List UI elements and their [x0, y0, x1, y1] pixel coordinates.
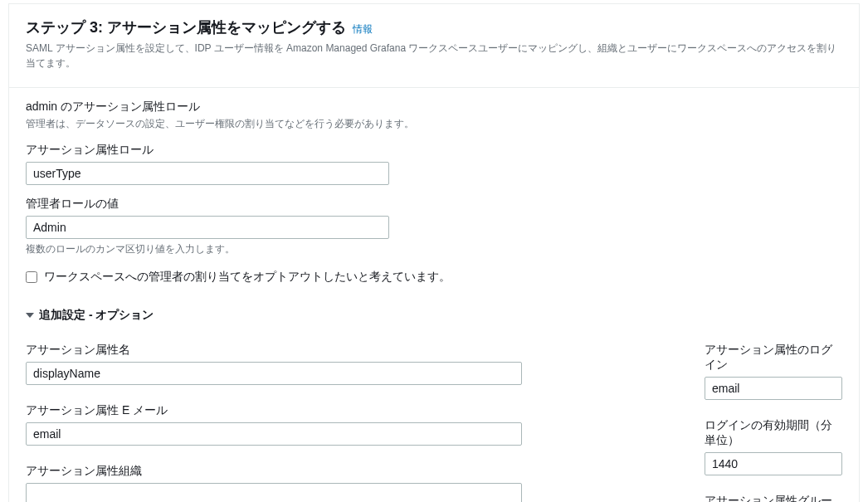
additional-settings-expander[interactable]: 追加設定 - オプション [26, 308, 842, 323]
attr-org-label: アサーション属性組織 [26, 464, 522, 479]
attr-group-label: アサーション属性グループ [705, 494, 842, 502]
step-title: ステップ 3: アサーション属性をマッピングする [26, 17, 346, 37]
attr-email-input[interactable] [26, 422, 522, 446]
admin-role-value-label: 管理者ロールの値 [26, 197, 842, 212]
panel-header: ステップ 3: アサーション属性をマッピングする 情報 SAML アサーション属… [9, 4, 859, 79]
optout-admin-label: ワークスペースへの管理者の割り当てをオプトアウトしたいと考えています。 [44, 270, 451, 285]
admin-section-title: admin のアサーション属性ロール [26, 100, 842, 115]
step-description: SAML アサーション属性を設定して、IDP ユーザー情報を Amazon Ma… [26, 41, 842, 71]
attr-name-label: アサーション属性名 [26, 343, 522, 358]
assertion-role-input[interactable] [26, 162, 389, 185]
attr-name-input[interactable] [26, 362, 522, 385]
admin-section-desc: 管理者は、データソースの設定、ユーザー権限の割り当てなどを行う必要があります。 [26, 117, 842, 131]
expander-label: 追加設定 - オプション [39, 308, 154, 323]
assertion-role-label: アサーション属性ロール [26, 143, 842, 158]
right-column: アサーション属性のログイン ログインの有効期間（分単位） アサーション属性グルー… [705, 343, 842, 502]
optout-admin-checkbox[interactable] [26, 271, 37, 283]
admin-role-value-hint: 複数のロールのカンマ区切り値を入力します。 [26, 242, 842, 256]
attr-email-label: アサーション属性 E メール [26, 403, 522, 418]
admin-role-value-input[interactable] [26, 216, 389, 239]
step3-panel: ステップ 3: アサーション属性をマッピングする 情報 SAML アサーション属… [8, 3, 860, 502]
additional-settings-body: アサーション属性名 アサーション属性 E メール アサーション属性組織 許可され… [26, 343, 842, 502]
caret-down-icon [26, 313, 34, 318]
info-link[interactable]: 情報 [353, 22, 373, 37]
attr-org-input[interactable] [26, 483, 522, 502]
panel-body: admin のアサーション属性ロール 管理者は、データソースの設定、ユーザー権限… [9, 88, 859, 502]
attr-login-label: アサーション属性のログイン [705, 343, 842, 373]
login-duration-input[interactable] [705, 452, 842, 475]
attr-login-input[interactable] [705, 377, 842, 400]
login-duration-label: ログインの有効期間（分単位） [705, 418, 842, 448]
left-column: アサーション属性名 アサーション属性 E メール アサーション属性組織 許可され… [26, 343, 522, 502]
